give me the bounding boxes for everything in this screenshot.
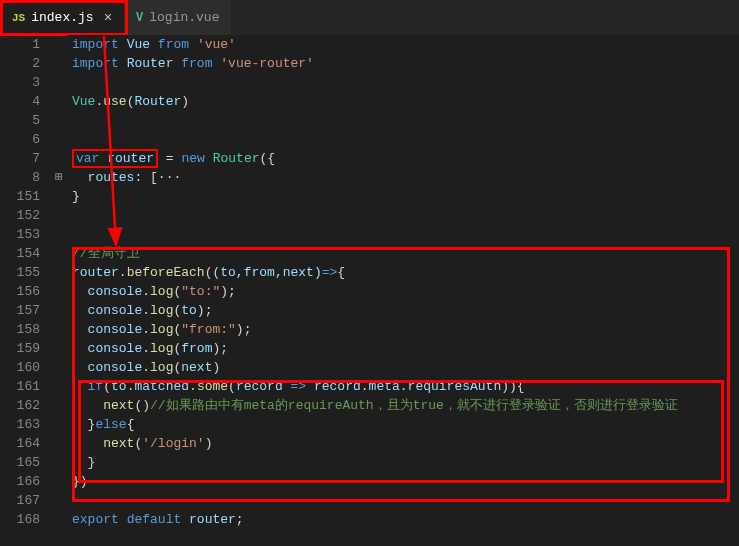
fold-marker — [50, 396, 68, 415]
fold-marker — [50, 491, 68, 510]
line-number: 8 — [0, 168, 40, 187]
code-line[interactable]: router.beforeEach((to,from,next)=>{ — [68, 263, 739, 282]
line-number: 164 — [0, 434, 40, 453]
code-line[interactable]: if(to.matched.some(record => record.meta… — [68, 377, 739, 396]
code-line[interactable] — [68, 491, 739, 510]
line-number: 152 — [0, 206, 40, 225]
code-area[interactable]: import Vue from 'vue'import Router from … — [68, 35, 739, 546]
fold-marker[interactable]: ⊞ — [50, 168, 68, 187]
editor: 1234567815115215315415515615715815916016… — [0, 35, 739, 546]
code-line[interactable]: var router = new Router({ — [68, 149, 739, 168]
fold-marker — [50, 54, 68, 73]
line-number: 159 — [0, 339, 40, 358]
code-line[interactable] — [68, 130, 739, 149]
tab-label: login.vue — [149, 10, 219, 25]
code-line[interactable] — [68, 111, 739, 130]
line-number: 151 — [0, 187, 40, 206]
code-line[interactable]: next('/login') — [68, 434, 739, 453]
fold-marker — [50, 111, 68, 130]
code-line[interactable]: }else{ — [68, 415, 739, 434]
code-line[interactable]: }) — [68, 472, 739, 491]
line-number: 2 — [0, 54, 40, 73]
fold-marker — [50, 73, 68, 92]
code-line[interactable]: console.log("to:"); — [68, 282, 739, 301]
line-number: 6 — [0, 130, 40, 149]
tab-bar: JS index.js × V login.vue — [0, 0, 739, 35]
line-number-gutter: 1234567815115215315415515615715815916016… — [0, 35, 50, 546]
fold-gutter: ⊞ — [50, 35, 68, 546]
fold-marker — [50, 339, 68, 358]
fold-marker — [50, 92, 68, 111]
fold-marker — [50, 35, 68, 54]
line-number: 7 — [0, 149, 40, 168]
fold-marker — [50, 130, 68, 149]
fold-marker — [50, 149, 68, 168]
code-line[interactable]: } — [68, 187, 739, 206]
code-line[interactable]: console.log(to); — [68, 301, 739, 320]
code-line[interactable]: } — [68, 453, 739, 472]
line-number: 4 — [0, 92, 40, 111]
close-icon[interactable]: × — [104, 10, 112, 26]
fold-marker — [50, 415, 68, 434]
fold-marker — [50, 263, 68, 282]
code-line[interactable]: export default router; — [68, 510, 739, 529]
code-line[interactable]: routes: [··· — [68, 168, 739, 187]
code-line[interactable]: console.log(from); — [68, 339, 739, 358]
line-number: 162 — [0, 396, 40, 415]
line-number: 168 — [0, 510, 40, 529]
code-line[interactable]: console.log(next) — [68, 358, 739, 377]
code-line[interactable] — [68, 73, 739, 92]
code-line[interactable] — [68, 225, 739, 244]
line-number: 156 — [0, 282, 40, 301]
tab-index-js[interactable]: JS index.js × — [0, 0, 124, 35]
fold-marker — [50, 358, 68, 377]
line-number: 157 — [0, 301, 40, 320]
js-icon: JS — [12, 12, 25, 24]
code-line[interactable] — [68, 206, 739, 225]
fold-marker — [50, 377, 68, 396]
fold-marker — [50, 206, 68, 225]
line-number: 165 — [0, 453, 40, 472]
fold-marker — [50, 472, 68, 491]
tab-login-vue[interactable]: V login.vue — [124, 0, 231, 35]
line-number: 166 — [0, 472, 40, 491]
line-number: 167 — [0, 491, 40, 510]
fold-marker — [50, 225, 68, 244]
fold-marker — [50, 320, 68, 339]
line-number: 154 — [0, 244, 40, 263]
line-number: 160 — [0, 358, 40, 377]
code-line[interactable]: next()//如果路由中有meta的requireAuth，且为true，就不… — [68, 396, 739, 415]
fold-marker — [50, 301, 68, 320]
code-line[interactable]: import Router from 'vue-router' — [68, 54, 739, 73]
line-number: 5 — [0, 111, 40, 130]
code-line[interactable]: Vue.use(Router) — [68, 92, 739, 111]
tab-label: index.js — [31, 10, 93, 25]
line-number: 155 — [0, 263, 40, 282]
code-line[interactable]: //全局守卫 — [68, 244, 739, 263]
line-number: 153 — [0, 225, 40, 244]
fold-marker — [50, 282, 68, 301]
fold-marker — [50, 453, 68, 472]
line-number: 158 — [0, 320, 40, 339]
fold-marker — [50, 244, 68, 263]
line-number: 163 — [0, 415, 40, 434]
fold-marker — [50, 434, 68, 453]
code-line[interactable]: import Vue from 'vue' — [68, 35, 739, 54]
fold-marker — [50, 187, 68, 206]
line-number: 1 — [0, 35, 40, 54]
code-line[interactable]: console.log("from:"); — [68, 320, 739, 339]
fold-marker — [50, 510, 68, 529]
line-number: 161 — [0, 377, 40, 396]
line-number: 3 — [0, 73, 40, 92]
vue-icon: V — [136, 11, 143, 25]
